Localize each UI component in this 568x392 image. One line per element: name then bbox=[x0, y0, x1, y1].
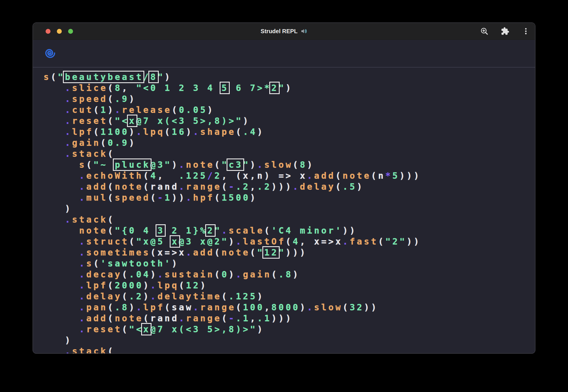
code-token: ( bbox=[371, 171, 378, 181]
code-token: note bbox=[343, 171, 371, 181]
code-token: mul bbox=[86, 193, 108, 203]
code-token: . bbox=[79, 291, 86, 301]
minimize-button[interactable] bbox=[57, 29, 62, 34]
code-token: s bbox=[79, 160, 86, 170]
code-line: s("~ pluck@3").note("c3").slow(8) bbox=[44, 159, 535, 170]
code-token: ( bbox=[335, 171, 343, 181]
code-token: . bbox=[150, 291, 158, 301]
code-token: .1 bbox=[257, 313, 271, 323]
active-event-highlight: x bbox=[128, 116, 136, 126]
code-token bbox=[44, 105, 65, 115]
code-token: ) bbox=[357, 182, 364, 192]
code-editor[interactable]: s("beautybeast/8") .slice(8, "<0 1 2 3 4… bbox=[33, 68, 535, 354]
code-token: ) bbox=[307, 160, 314, 170]
code-token: . bbox=[257, 160, 264, 170]
code-token: . bbox=[79, 269, 86, 279]
code-token: .4 bbox=[243, 127, 257, 137]
code-token: 0.05 bbox=[179, 105, 208, 115]
code-token: )) bbox=[172, 193, 186, 203]
code-token: )) bbox=[343, 225, 357, 236]
code-token: , bbox=[250, 313, 257, 323]
code-line: .stack( bbox=[44, 148, 535, 159]
code-token: ) bbox=[129, 127, 136, 137]
code-token: . bbox=[236, 236, 243, 247]
code-token bbox=[44, 225, 79, 236]
code-line: .reset("<x@7 x(<3 5>,8)>") bbox=[44, 324, 535, 335]
code-token: .8 bbox=[115, 302, 129, 312]
code-token: . bbox=[136, 127, 143, 137]
code-token bbox=[44, 280, 79, 290]
code-token: saw bbox=[172, 302, 193, 312]
code-token: hpf bbox=[193, 193, 214, 203]
code-token: ) bbox=[200, 280, 208, 290]
code-token: , bbox=[122, 83, 136, 93]
zoom-button[interactable] bbox=[68, 29, 73, 34]
code-token: ( bbox=[264, 225, 272, 236]
menu-button[interactable] bbox=[520, 25, 532, 37]
code-line: ) bbox=[44, 203, 535, 214]
code-line: .stack( bbox=[44, 214, 535, 225]
code-token: delaytime bbox=[158, 291, 222, 301]
code-token bbox=[44, 247, 79, 257]
code-token: . bbox=[136, 302, 143, 312]
code-token bbox=[44, 94, 65, 104]
code-token: 0.9 bbox=[108, 138, 129, 148]
extensions-button[interactable] bbox=[499, 25, 511, 37]
code-token: add bbox=[86, 313, 108, 323]
code-token: . bbox=[293, 182, 300, 192]
code-token: ( bbox=[143, 182, 150, 192]
close-button[interactable] bbox=[46, 29, 51, 34]
code-token: )) bbox=[407, 236, 421, 247]
code-token: add bbox=[193, 247, 214, 257]
code-token: - bbox=[229, 182, 236, 192]
code-token bbox=[44, 160, 79, 170]
code-token: "x@5 bbox=[136, 236, 172, 247]
code-token: . bbox=[222, 225, 229, 236]
code-token: ( bbox=[165, 302, 172, 312]
code-token: delay bbox=[86, 291, 122, 301]
code-token: ( bbox=[122, 291, 129, 301]
strudel-spiral-logo-icon[interactable] bbox=[44, 47, 57, 60]
code-token bbox=[44, 138, 65, 148]
code-token: . bbox=[79, 280, 86, 290]
toolbar bbox=[479, 23, 532, 40]
code-token: ( bbox=[122, 324, 129, 334]
code-token: . bbox=[186, 193, 193, 203]
code-token: "{0 4 bbox=[115, 225, 158, 236]
active-event-highlight: 12 bbox=[264, 247, 279, 257]
code-token: ) bbox=[207, 105, 214, 115]
code-token: lpq bbox=[158, 280, 179, 290]
code-token bbox=[44, 324, 79, 334]
speaker-icon bbox=[300, 28, 307, 35]
code-line: .add(note(rand.range(-.2,.2))).delay(.5) bbox=[44, 181, 535, 192]
code-token bbox=[44, 258, 79, 268]
zoom-in-button[interactable] bbox=[479, 25, 490, 37]
code-token: ))) bbox=[271, 182, 293, 192]
code-token: ) bbox=[129, 302, 136, 312]
code-token: .1 bbox=[236, 313, 250, 323]
code-line: .reset("<x@7 x(<3 5>,8)>") bbox=[44, 115, 535, 126]
code-token: (x=>x bbox=[150, 247, 186, 257]
code-token: . bbox=[179, 313, 186, 323]
code-token: ( bbox=[108, 214, 115, 225]
code-token: " bbox=[257, 247, 264, 257]
code-token: . bbox=[179, 182, 186, 192]
code-token: 4 bbox=[293, 236, 300, 247]
active-event-highlight: pluck bbox=[114, 160, 150, 170]
code-token: .2 bbox=[257, 182, 271, 192]
code-token: ( bbox=[108, 346, 115, 354]
active-event-highlight: beautybeast bbox=[64, 72, 143, 82]
traffic-lights bbox=[46, 29, 73, 34]
code-token: ) bbox=[129, 94, 136, 104]
code-token: 8 bbox=[115, 83, 122, 93]
code-token: ) bbox=[257, 291, 264, 301]
code-token: "~ bbox=[94, 160, 115, 170]
code-token: echoWith bbox=[86, 171, 143, 181]
code-token: ( bbox=[108, 313, 115, 323]
code-token: 2 bbox=[214, 171, 222, 181]
code-token: ( bbox=[343, 302, 350, 312]
code-line: .add(note(rand.range(-.1,.1))) bbox=[44, 313, 535, 324]
code-token: reset bbox=[72, 116, 108, 126]
active-event-highlight: x bbox=[171, 236, 179, 247]
code-token: ( bbox=[94, 127, 101, 137]
